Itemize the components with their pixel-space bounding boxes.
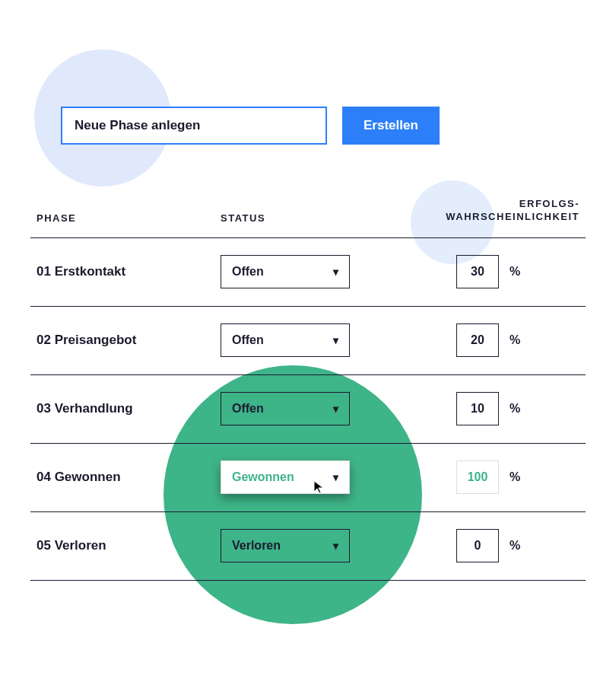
chevron-down-icon: ▾ (333, 540, 338, 552)
header-status: STATUS (221, 212, 411, 224)
status-value: Offen (232, 265, 264, 279)
content-area: Erstellen PHASE STATUS ERFOLGS- WAHRSCHE… (0, 0, 616, 581)
phase-name: 05 Verloren (30, 538, 221, 553)
status-value: Gewonnen (232, 470, 294, 484)
status-cell: Offen ▾ (221, 323, 411, 357)
probability-input[interactable] (456, 460, 499, 494)
phase-name: 03 Verhandlung (30, 401, 221, 416)
probability-input[interactable] (456, 529, 499, 562)
probability-input[interactable] (456, 392, 499, 425)
status-select[interactable]: Verloren ▾ (221, 529, 350, 562)
status-value: Verloren (232, 539, 281, 553)
table-row: 05 Verloren Verloren ▾ % (30, 512, 586, 581)
status-select[interactable]: Gewonnen ▾ (221, 460, 350, 494)
phases-table: PHASE STATUS ERFOLGS- WAHRSCHEINLICHKEIT… (30, 198, 586, 581)
phase-name: 04 Gewonnen (30, 470, 221, 485)
probability-cell: % (411, 529, 586, 562)
table-row: 02 Preisangebot Offen ▾ % (30, 307, 586, 375)
percent-label: % (510, 539, 520, 553)
status-select[interactable]: Offen ▾ (221, 323, 350, 357)
probability-cell: % (411, 392, 586, 425)
create-button[interactable]: Erstellen (342, 107, 440, 145)
table-header: PHASE STATUS ERFOLGS- WAHRSCHEINLICHKEIT (30, 198, 586, 238)
status-select[interactable]: Offen ▾ (221, 392, 350, 425)
status-cell: Verloren ▾ (221, 529, 411, 562)
header-phase: PHASE (30, 212, 221, 224)
probability-input[interactable] (456, 323, 499, 357)
percent-label: % (510, 402, 520, 416)
percent-label: % (510, 265, 520, 279)
phase-name: 01 Erstkontakt (30, 264, 221, 279)
status-value: Offen (232, 402, 264, 416)
percent-label: % (510, 333, 520, 347)
table-row: 03 Verhandlung Offen ▾ % (30, 375, 586, 444)
chevron-down-icon: ▾ (333, 334, 338, 346)
chevron-down-icon: ▾ (333, 266, 338, 278)
table-row: 04 Gewonnen Gewonnen ▾ % (30, 444, 586, 512)
probability-input[interactable] (456, 255, 499, 288)
probability-cell: % (411, 460, 586, 494)
create-phase-bar: Erstellen (61, 107, 586, 145)
header-probability: ERFOLGS- WAHRSCHEINLICHKEIT (411, 198, 586, 224)
chevron-down-icon: ▾ (333, 403, 338, 415)
probability-cell: % (411, 255, 586, 288)
status-cell: Offen ▾ (221, 255, 411, 288)
phase-name: 02 Preisangebot (30, 333, 221, 348)
new-phase-input[interactable] (61, 107, 327, 145)
probability-cell: % (411, 323, 586, 357)
table-row: 01 Erstkontakt Offen ▾ % (30, 238, 586, 307)
status-cell: Gewonnen ▾ (221, 460, 411, 494)
status-value: Offen (232, 333, 264, 347)
cursor-icon (313, 480, 328, 495)
chevron-down-icon: ▾ (333, 471, 338, 483)
percent-label: % (510, 470, 520, 484)
status-select[interactable]: Offen ▾ (221, 255, 350, 288)
status-cell: Offen ▾ (221, 392, 411, 425)
